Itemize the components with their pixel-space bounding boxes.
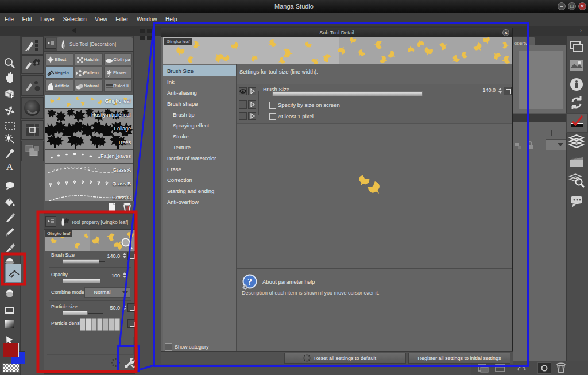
register-settings-button[interactable]: Register all settings to initial setting… — [408, 353, 510, 364]
particle-size-value[interactable]: 50.0 — [103, 305, 120, 311]
sidebar-item-stroke[interactable]: Stroke — [163, 131, 236, 142]
reset-defaults-icon[interactable] — [111, 358, 121, 368]
brushsize-value[interactable]: 140.0 — [103, 253, 120, 259]
menu-edit[interactable]: Edit — [20, 13, 35, 26]
brush-row-grass-b[interactable]: Grass B — [45, 177, 133, 191]
menu-selection[interactable]: Selection — [60, 13, 90, 26]
brush-row-grass-a[interactable]: Grass A — [45, 164, 133, 177]
status-trash-icon[interactable] — [556, 362, 566, 373]
object-tool[interactable] — [3, 87, 17, 101]
category-natural[interactable]: Natural — [75, 80, 103, 92]
category-artificial[interactable]: Artificia — [45, 80, 74, 92]
category-vegetation[interactable]: Vegeta — [45, 67, 74, 79]
wrench-icon[interactable] — [123, 357, 136, 369]
sidebar-item-anti-overflow[interactable]: Anti-overflow — [163, 196, 236, 207]
brush-row-foliage[interactable]: Foliage — [45, 122, 133, 136]
sidebar-item-brush-tip[interactable]: Brush tip — [163, 109, 236, 120]
dialog-title-bar[interactable]: Sub Tool Detail — [161, 28, 512, 37]
category-effect[interactable]: Effect — [45, 53, 74, 65]
layer-search-palette-icon[interactable] — [566, 172, 587, 189]
maximize-button[interactable]: □ — [568, 2, 576, 10]
brushsize-expand-toggle[interactable] — [248, 87, 256, 95]
dialog-brushsize-detail[interactable] — [504, 87, 512, 95]
menu-layer[interactable]: Layer — [37, 13, 57, 26]
subtool-palette-button[interactable] — [21, 36, 44, 55]
particle-density-scale[interactable] — [80, 318, 120, 331]
sidebar-item-correction[interactable]: Correction — [163, 175, 236, 185]
marquee-tool[interactable] — [3, 119, 17, 133]
option1-expand[interactable] — [248, 100, 256, 109]
information-palette-icon[interactable] — [566, 76, 587, 94]
pages-palette-icon[interactable] — [566, 38, 587, 55]
menu-view[interactable]: View — [92, 13, 110, 26]
sidebar-item-brush-shape[interactable]: Brush shape — [163, 98, 236, 109]
color-wheel-button[interactable] — [21, 97, 44, 119]
material-palette-icon[interactable] — [566, 193, 587, 210]
sidebar-item-anti-aliasing[interactable]: Anti-aliasing — [163, 87, 236, 98]
balloon-tool[interactable] — [3, 179, 17, 192]
layers-palette-icon[interactable] — [566, 133, 587, 150]
option2-checkbox[interactable] — [269, 113, 276, 120]
opacity-stepper[interactable] — [122, 272, 126, 279]
frame-border-tool[interactable] — [3, 303, 17, 317]
sidebar-item-texture[interactable]: Texture — [163, 142, 236, 153]
brush-row-fallen-leaves[interactable]: Fallen leaves — [45, 150, 133, 164]
show-category-checkbox[interactable] — [165, 343, 172, 351]
auto-select-tool[interactable] — [3, 132, 17, 146]
opacity-value[interactable]: 100 — [103, 273, 120, 279]
strip-chevron-icon[interactable]: › — [580, 28, 582, 33]
preview-zoom-icon[interactable] — [121, 238, 133, 250]
collapse-arrow-icon[interactable] — [70, 27, 78, 34]
workspace-grid-icon[interactable] — [140, 29, 152, 41]
menu-window[interactable]: Window — [134, 13, 160, 26]
category-pattern[interactable]: Pattern — [75, 67, 103, 79]
particle-size-detail-button[interactable] — [127, 303, 136, 312]
brushsize-detail-button[interactable] — [127, 252, 136, 260]
brush-row-maple[interactable]: Husky maple leaf — [45, 109, 133, 122]
category-cloth[interactable]: Cloth pa — [104, 53, 132, 65]
brushsize-slider[interactable] — [63, 259, 99, 264]
dialog-close-icon[interactable]: ✕ — [502, 29, 509, 36]
status-camera-icon[interactable] — [537, 362, 551, 374]
lock-icon[interactable] — [526, 141, 534, 150]
dialog-brushsize-slider[interactable] — [272, 91, 423, 96]
panel-menu-icon[interactable] — [45, 38, 56, 49]
menu-help[interactable]: Help — [163, 13, 180, 26]
transparent-color-swatch[interactable] — [2, 363, 20, 373]
category-hatching[interactable]: Hatchin — [75, 53, 103, 65]
color-set-button[interactable] — [21, 120, 44, 140]
status-rotate-icon[interactable] — [517, 364, 527, 373]
sidebar-item-starting-ending[interactable]: Starting and ending — [163, 185, 236, 196]
option2-expand[interactable] — [248, 112, 256, 120]
dialog-brushsize-stepper[interactable] — [498, 87, 502, 94]
particle-size-stepper[interactable] — [122, 304, 126, 311]
status-palette1-icon[interactable] — [478, 364, 489, 373]
particle-size-slider[interactable] — [63, 311, 88, 315]
new-subtool-icon[interactable] — [108, 202, 117, 212]
menu-filter[interactable]: Filter — [113, 13, 131, 26]
toolproperty-palette-button[interactable] — [21, 55, 44, 74]
toolprop-menu-icon[interactable] — [45, 216, 56, 227]
combine-mode-dropdown[interactable]: Normal — [84, 287, 130, 298]
category-flower[interactable]: Flower — [104, 67, 132, 79]
option1-tile[interactable] — [239, 100, 247, 109]
delete-subtool-icon[interactable] — [122, 202, 132, 212]
color-history-button[interactable] — [21, 141, 44, 161]
brush-row-trees[interactable]: Trees — [45, 136, 133, 150]
pencil-tool[interactable] — [3, 226, 17, 239]
opacity-slider[interactable] — [63, 279, 100, 283]
sidebar-item-ink[interactable]: Ink — [163, 76, 236, 87]
brush-row-gingko[interactable]: Gingko leaf — [45, 95, 133, 109]
category-ruledline[interactable]: Ruled li — [104, 80, 132, 92]
decoration-tool-selected[interactable] — [5, 264, 23, 283]
scene-palette-icon[interactable] — [566, 154, 587, 171]
hand-tool[interactable] — [3, 71, 17, 85]
zoom-tool[interactable] — [3, 57, 17, 71]
particle-density-detail-button[interactable] — [127, 319, 136, 328]
sidebar-item-brush-size[interactable]: Brush Size — [163, 65, 236, 76]
close-button[interactable]: ✕ — [578, 2, 586, 10]
brushsize-stepper[interactable] — [122, 252, 126, 259]
text-tool[interactable]: A — [3, 161, 17, 175]
sync-palette-icon[interactable] — [566, 94, 587, 111]
navigator-palette-icon[interactable] — [566, 57, 587, 74]
